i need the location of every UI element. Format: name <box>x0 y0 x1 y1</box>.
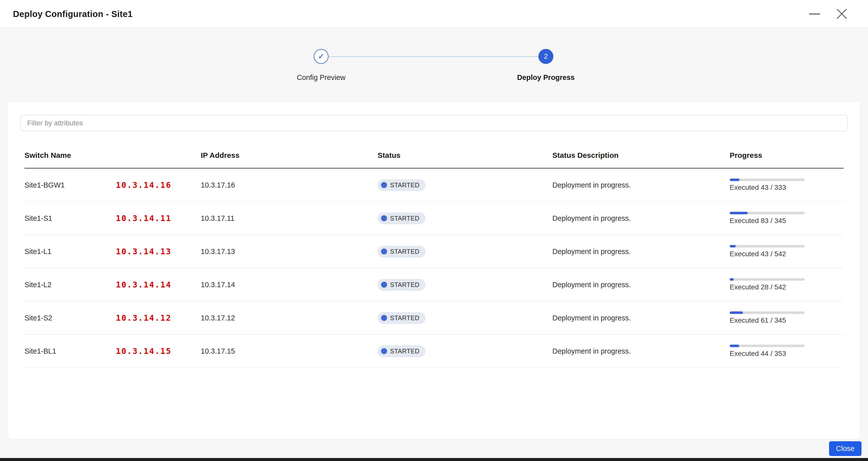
progress-bar-fill <box>730 212 748 214</box>
progress-bar-fill <box>730 179 739 181</box>
status-badge-label: STARTED <box>390 182 420 189</box>
ip-address-cell: 10.3.17.15 <box>201 347 378 356</box>
ip-address-cell: 10.3.17.13 <box>201 247 378 256</box>
column-header-status[interactable]: Status <box>378 151 552 160</box>
progress-bar-fill <box>730 278 734 281</box>
table-body: Site1-BGW1 10.3.14.16 10.3.17.16 STARTED… <box>25 168 843 368</box>
status-cell: STARTED <box>378 345 552 357</box>
progress-bar-track <box>730 212 805 214</box>
column-header-switch-name[interactable]: Switch Name <box>25 151 201 160</box>
status-badge-label: STARTED <box>390 348 420 355</box>
close-icon[interactable] <box>836 8 847 20</box>
status-cell: STARTED <box>378 312 552 324</box>
check-icon: ✓ <box>318 53 324 60</box>
close-button[interactable]: Close <box>829 441 862 456</box>
console-ip-cell: 10.3.14.15 <box>116 346 201 356</box>
step-label-deploy-progress: Deploy Progress <box>517 73 575 82</box>
progress-bar-track <box>730 278 805 281</box>
console-ip-cell: 10.3.14.14 <box>116 280 201 289</box>
dialog-header: Deploy Configuration - Site1 <box>0 0 868 28</box>
progress-label: Executed 43 / 542 <box>730 250 843 258</box>
status-description-cell: Deployment in progress. <box>552 347 730 356</box>
console-ip-cell: 10.3.14.12 <box>116 313 201 322</box>
column-header-ip-address[interactable]: IP Address <box>201 151 378 160</box>
table-row[interactable]: Site1-BGW1 10.3.14.16 10.3.17.16 STARTED… <box>25 168 843 202</box>
progress-label: Executed 61 / 345 <box>730 316 843 325</box>
filter-input[interactable] <box>21 115 847 131</box>
status-badge: STARTED <box>378 213 426 224</box>
status-dot-icon <box>381 182 387 188</box>
console-ip-cell: 10.3.14.13 <box>116 247 201 256</box>
status-cell: STARTED <box>378 179 552 191</box>
status-description-cell: Deployment in progress. <box>552 281 730 289</box>
switch-name-cell: Site1-S1 <box>25 214 116 222</box>
progress-label: Executed 28 / 542 <box>730 283 843 291</box>
status-cell: STARTED <box>378 213 552 224</box>
table-row[interactable]: Site1-S1 10.3.14.11 10.3.17.11 STARTED D… <box>25 202 843 235</box>
deploy-progress-card: Switch Name IP Address Status Status Des… <box>8 101 860 439</box>
status-badge-label: STARTED <box>390 215 420 222</box>
status-description-cell: Deployment in progress. <box>552 181 730 189</box>
ip-address-cell: 10.3.17.16 <box>201 181 378 189</box>
progress-bar-track <box>730 345 805 347</box>
status-description-cell: Deployment in progress. <box>552 214 730 222</box>
progress-bar-fill <box>730 245 736 247</box>
progress-cell: Executed 28 / 542 <box>730 278 843 291</box>
progress-cell: Executed 44 / 353 <box>730 345 843 358</box>
status-badge: STARTED <box>378 345 426 357</box>
status-badge: STARTED <box>378 179 426 191</box>
progress-label: Executed 43 / 333 <box>730 184 843 191</box>
status-badge-label: STARTED <box>390 314 420 321</box>
status-badge: STARTED <box>378 312 426 324</box>
console-ip-cell: 10.3.14.16 <box>116 180 201 190</box>
progress-cell: Executed 43 / 542 <box>730 245 843 258</box>
minimize-icon[interactable] <box>809 13 820 14</box>
status-dot-icon <box>381 348 387 354</box>
ip-address-cell: 10.3.17.14 <box>201 281 378 289</box>
status-cell: STARTED <box>378 246 552 257</box>
step-config-preview-circle[interactable]: ✓ <box>314 49 329 64</box>
switch-name-cell: Site1-L1 <box>25 247 116 256</box>
step-deploy-progress-circle[interactable]: 2 <box>538 49 553 64</box>
status-badge: STARTED <box>378 279 426 291</box>
window-controls <box>809 8 855 20</box>
progress-bar-fill <box>730 311 743 314</box>
status-badge: STARTED <box>378 246 426 257</box>
progress-cell: Executed 83 / 345 <box>730 212 843 225</box>
window-bottom-edge <box>0 458 868 461</box>
ip-address-cell: 10.3.17.11 <box>201 214 378 222</box>
console-ip-cell: 10.3.14.11 <box>116 214 201 223</box>
dialog-title: Deploy Configuration - Site1 <box>13 9 133 19</box>
progress-label: Executed 44 / 353 <box>730 349 843 358</box>
switch-name-cell: Site1-BGW1 <box>25 181 116 189</box>
progress-cell: Executed 43 / 333 <box>730 179 843 191</box>
status-badge-label: STARTED <box>390 281 420 288</box>
progress-bar-fill <box>730 345 739 347</box>
status-badge-label: STARTED <box>390 248 420 255</box>
dialog-footer: Close <box>829 441 862 456</box>
switch-table: Switch Name IP Address Status Status Des… <box>21 143 847 368</box>
wizard-stepper: ✓ 2 Config Preview Deploy Progress <box>0 28 868 88</box>
table-row[interactable]: Site1-BL1 10.3.14.15 10.3.17.15 STARTED … <box>25 335 843 368</box>
switch-name-cell: Site1-L2 <box>25 281 116 289</box>
status-cell: STARTED <box>378 279 552 291</box>
ip-address-cell: 10.3.17.12 <box>201 314 378 322</box>
column-header-progress[interactable]: Progress <box>730 151 843 160</box>
stepper-connector-line <box>321 56 546 57</box>
status-description-cell: Deployment in progress. <box>552 247 730 256</box>
status-dot-icon <box>381 315 387 321</box>
table-row[interactable]: Site1-S2 10.3.14.12 10.3.17.12 STARTED D… <box>25 301 843 335</box>
table-row[interactable]: Site1-L2 10.3.14.14 10.3.17.14 STARTED D… <box>25 268 843 301</box>
step-number: 2 <box>544 53 548 60</box>
table-header-row: Switch Name IP Address Status Status Des… <box>25 143 843 168</box>
table-row[interactable]: Site1-L1 10.3.14.13 10.3.17.13 STARTED D… <box>25 235 843 268</box>
progress-bar-track <box>730 245 805 247</box>
status-dot-icon <box>381 282 387 288</box>
progress-cell: Executed 61 / 345 <box>730 311 843 325</box>
step-label-config-preview: Config Preview <box>297 73 345 82</box>
status-dot-icon <box>381 215 387 221</box>
progress-label: Executed 83 / 345 <box>730 217 843 225</box>
progress-bar-track <box>730 179 805 181</box>
column-header-status-description[interactable]: Status Description <box>552 151 730 160</box>
switch-name-cell: Site1-S2 <box>25 314 116 322</box>
